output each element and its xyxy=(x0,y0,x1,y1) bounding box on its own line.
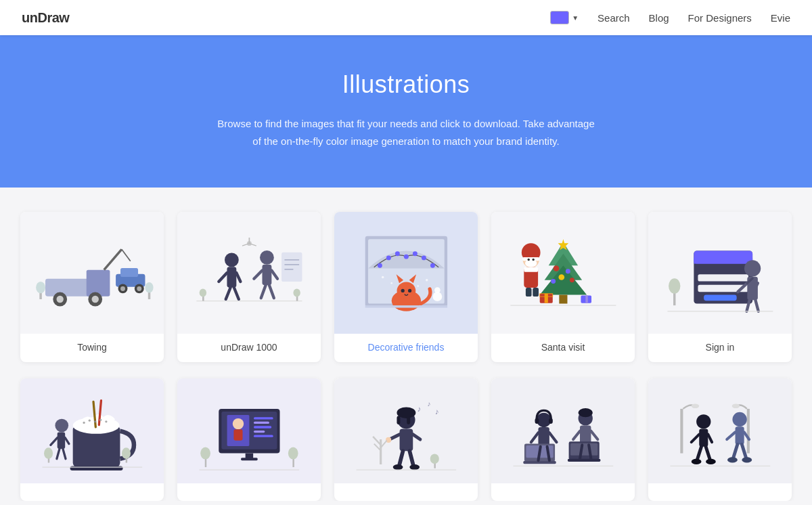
svg-line-102 xyxy=(755,300,758,311)
svg-point-17 xyxy=(145,282,153,293)
svg-line-161 xyxy=(373,437,380,445)
svg-point-42 xyxy=(293,288,300,297)
svg-rect-89 xyxy=(533,288,539,297)
svg-rect-9 xyxy=(120,268,138,277)
svg-line-22 xyxy=(225,288,230,299)
svg-point-58 xyxy=(432,292,442,301)
svg-rect-168 xyxy=(535,418,539,424)
svg-rect-151 xyxy=(407,416,410,424)
nav-for-designers[interactable]: For Designers xyxy=(688,12,752,24)
svg-point-190 xyxy=(691,403,698,408)
card-image-towing xyxy=(20,212,164,334)
svg-rect-170 xyxy=(538,427,549,447)
svg-point-61 xyxy=(382,276,384,278)
svg-rect-95 xyxy=(694,258,752,264)
svg-line-206 xyxy=(742,444,746,458)
svg-point-15 xyxy=(36,282,45,293)
svg-point-3 xyxy=(56,296,63,303)
svg-line-23 xyxy=(233,288,238,299)
nav-evie[interactable]: Evie xyxy=(771,12,790,24)
svg-rect-82 xyxy=(524,267,538,272)
card-label-coding xyxy=(177,483,321,501)
svg-point-70 xyxy=(565,269,570,273)
svg-point-24 xyxy=(260,250,274,265)
card-label-sign-in: Sign in xyxy=(648,334,792,362)
svg-line-119 xyxy=(50,437,57,445)
svg-point-11 xyxy=(120,286,125,291)
card-hot-beverage[interactable] xyxy=(20,378,164,501)
svg-point-159 xyxy=(409,464,420,470)
card-undraw1000[interactable]: unDraw 1000 xyxy=(177,212,321,362)
grid-row-2: ♪ ♪ ♪ xyxy=(20,378,792,501)
svg-point-115 xyxy=(105,420,107,422)
svg-line-6 xyxy=(104,249,121,269)
svg-point-179 xyxy=(578,408,592,417)
svg-point-56 xyxy=(401,289,404,292)
card-decorative-friends[interactable]: Decorative friends xyxy=(334,212,478,362)
card-coding[interactable] xyxy=(177,378,321,501)
nav: ▼ Search Blog For Designers Evie xyxy=(550,11,790,24)
card-music[interactable]: ♪ ♪ ♪ xyxy=(334,378,478,501)
svg-line-181 xyxy=(573,431,580,439)
svg-rect-175 xyxy=(523,461,556,464)
svg-rect-118 xyxy=(57,432,64,449)
card-image-santa-visit xyxy=(491,212,635,334)
card-working[interactable] xyxy=(491,378,635,501)
svg-line-182 xyxy=(591,431,597,439)
svg-point-47 xyxy=(395,251,400,256)
card-walking[interactable] xyxy=(648,378,792,501)
card-santa-visit[interactable]: Santa visit xyxy=(491,212,635,362)
grid-row-1: Towing xyxy=(20,212,792,362)
svg-point-87 xyxy=(532,259,534,261)
nav-search[interactable]: Search xyxy=(597,12,630,24)
svg-point-5 xyxy=(91,296,98,303)
card-image-undraw1000 xyxy=(177,212,321,334)
svg-point-86 xyxy=(527,259,529,261)
card-image-hot-beverage xyxy=(20,378,164,483)
nav-blog[interactable]: Blog xyxy=(649,12,669,24)
svg-point-199 xyxy=(691,459,701,464)
svg-line-153 xyxy=(389,434,399,439)
svg-point-124 xyxy=(44,447,53,458)
svg-line-157 xyxy=(409,451,413,466)
hero-description: Browse to find the images that fit your … xyxy=(217,115,595,150)
svg-point-141 xyxy=(200,447,210,459)
card-label-undraw1000: unDraw 1000 xyxy=(177,334,321,362)
svg-rect-96 xyxy=(704,295,737,301)
svg-point-18 xyxy=(225,253,239,267)
svg-text:♪: ♪ xyxy=(435,408,439,416)
svg-line-29 xyxy=(269,285,273,298)
svg-rect-133 xyxy=(254,417,273,419)
svg-point-72 xyxy=(570,278,574,282)
svg-point-57 xyxy=(408,289,411,292)
card-image-working xyxy=(491,378,635,483)
svg-point-85 xyxy=(525,259,537,267)
svg-text:♪: ♪ xyxy=(427,400,430,408)
svg-rect-19 xyxy=(227,267,236,287)
svg-point-113 xyxy=(93,420,95,422)
svg-rect-152 xyxy=(399,429,413,451)
svg-rect-169 xyxy=(549,418,553,424)
svg-line-205 xyxy=(733,444,738,458)
svg-rect-135 xyxy=(254,426,271,428)
svg-point-53 xyxy=(397,282,415,299)
svg-rect-88 xyxy=(525,288,531,297)
card-label-santa-visit: Santa visit xyxy=(491,334,635,362)
svg-line-171 xyxy=(531,433,538,442)
svg-line-28 xyxy=(261,285,265,298)
svg-point-208 xyxy=(742,457,752,462)
card-towing[interactable]: Towing xyxy=(20,212,164,362)
card-image-coding xyxy=(177,378,321,483)
card-image-walking xyxy=(648,378,792,483)
svg-point-62 xyxy=(390,282,392,284)
card-image-decorative-friends xyxy=(334,212,478,334)
svg-point-158 xyxy=(392,464,403,470)
svg-point-105 xyxy=(669,278,680,294)
svg-line-26 xyxy=(254,271,262,279)
color-picker[interactable]: ▼ xyxy=(550,11,579,24)
svg-rect-136 xyxy=(254,431,265,433)
svg-rect-25 xyxy=(262,265,271,285)
card-sign-in[interactable]: Sign in xyxy=(648,212,792,362)
logo[interactable]: unDraw xyxy=(22,10,69,26)
svg-point-114 xyxy=(99,418,102,420)
